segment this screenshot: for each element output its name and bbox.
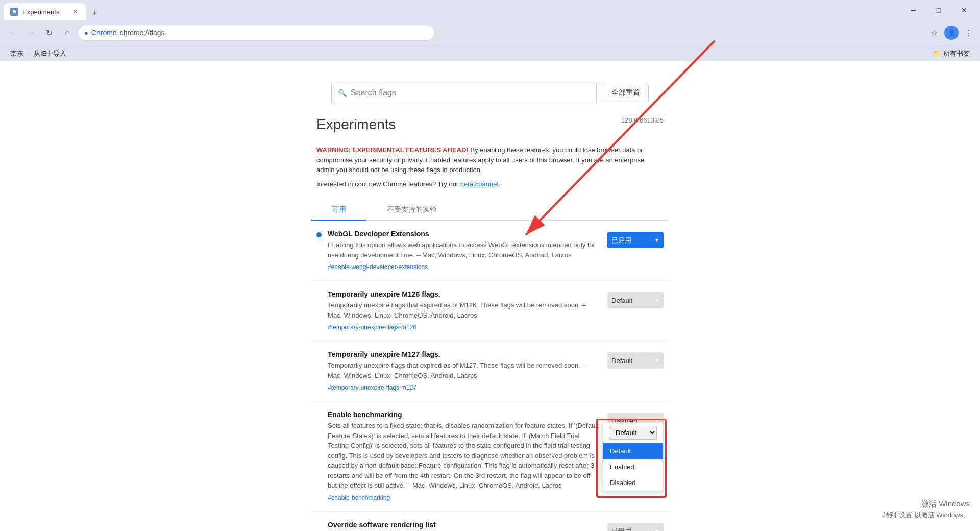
bookmark-import-ie-label: 从IE中导入 — [34, 49, 66, 58]
page-inner: 🔍 全部重置 Experiments 128.0.6613.85 WARNING… — [311, 61, 669, 531]
bookmark-jingdong-label: 京东 — [10, 49, 23, 58]
beta-text: Interested in cool new Chrome features? … — [316, 179, 664, 189]
warning-text: WARNING: EXPERIMENTAL FEATURES AHEAD! By… — [316, 145, 664, 175]
back-button[interactable]: ← — [4, 25, 20, 41]
refresh-button[interactable]: ↻ — [41, 25, 57, 41]
flag-desc-webgl: Enabling this option allows web applicat… — [328, 240, 601, 260]
flag-dot-webgl — [316, 232, 322, 237]
nav-right-actions: ☆ 👤 ⋮ — [927, 26, 976, 40]
flag-select-m127[interactable]: Default — [607, 352, 664, 369]
flag-link-benchmarking[interactable]: #enable-benchmarking — [328, 494, 390, 501]
url-text: chrome://flags — [120, 29, 165, 37]
folder-icon: 📁 — [933, 50, 941, 57]
search-box[interactable]: 🔍 — [331, 82, 597, 104]
menu-button[interactable]: ⋮ — [962, 26, 976, 40]
flag-body-m127: Temporarily unexpire M127 flags. Tempora… — [328, 350, 601, 392]
search-input[interactable] — [351, 88, 590, 98]
dropdown-popup-header: Default — [603, 423, 663, 443]
flag-desc-m127: Temporarily unexpire flags that expired … — [328, 360, 601, 380]
browser-frame: ⚑ Experiments ✕ + ─ □ ✕ ← → ↻ ⌂ ● Chrome… — [0, 0, 980, 531]
profile-button[interactable]: 👤 — [944, 26, 959, 40]
version-badge: 128.0.6613.85 — [621, 116, 664, 124]
flag-title-webgl[interactable]: WebGL Developer Extensions — [328, 230, 601, 238]
flag-dot-gpu — [316, 523, 322, 528]
windows-activate-title: 激活 Windows — [883, 498, 970, 510]
dropdown-popup: Default Default Enabled Disabled — [602, 422, 664, 491]
bookmark-jingdong[interactable]: 京东 — [6, 47, 28, 60]
tab-favicon-icon: ⚑ — [12, 9, 17, 15]
home-button[interactable]: ⌂ — [59, 25, 76, 41]
all-bookmarks-label: 所有书签 — [943, 49, 970, 58]
flag-control-webgl: 已启用 — [607, 232, 664, 248]
flag-select-m126[interactable]: Default — [607, 292, 664, 308]
tab-available[interactable]: 可用 — [311, 200, 366, 221]
address-bar[interactable]: ● Chrome chrome://flags — [78, 25, 435, 41]
flag-select-gpu[interactable]: 已停用 — [607, 523, 664, 532]
flag-select-webgl[interactable]: 已启用 — [607, 232, 664, 248]
flag-desc-m126: Temporarily unexpire flags that expired … — [328, 300, 601, 320]
flag-title-m126[interactable]: Temporarily unexpire M126 flags. — [328, 290, 601, 298]
bookmark-import-ie[interactable]: 从IE中导入 — [30, 47, 70, 60]
experiments-header: Experiments 128.0.6613.85 — [311, 116, 669, 133]
flag-title-benchmarking[interactable]: Enable benchmarking — [328, 411, 601, 419]
beta-intro: Interested in cool new Chrome features? … — [316, 180, 460, 188]
flag-control-m126: Default — [607, 292, 664, 308]
flag-dot-benchmarking — [316, 413, 322, 418]
page-title: Experiments — [316, 116, 396, 133]
search-area: 🔍 全部重置 — [311, 71, 669, 116]
beta-period: . — [498, 180, 500, 188]
flag-control-m127: Default — [607, 352, 664, 369]
bookmarks-bar: 京东 从IE中导入 📁 所有书签 — [0, 45, 980, 61]
dropdown-header-select[interactable]: Default — [609, 426, 657, 440]
star-button[interactable]: ☆ — [927, 26, 941, 40]
flag-item-gpu-blocklist: Override software rendering list Overrid… — [311, 512, 669, 532]
flag-desc-benchmarking: Sets all features to a fixed state; that… — [328, 421, 601, 491]
tab-close-button[interactable]: ✕ — [70, 7, 80, 16]
chrome-label: Chrome — [91, 29, 117, 37]
flag-control-gpu: 已停用 — [607, 523, 664, 532]
select-wrapper-webgl: 已启用 — [607, 232, 664, 248]
flag-link-webgl[interactable]: #enable-webgl-developer-extensions — [328, 263, 428, 271]
dropdown-option-enabled[interactable]: Enabled — [603, 459, 663, 475]
dropdown-option-disabled[interactable]: Disabled — [603, 475, 663, 491]
maximize-button[interactable]: □ — [927, 2, 950, 18]
select-wrapper-m127: Default — [607, 352, 664, 369]
tab-favicon: ⚑ — [10, 8, 18, 16]
title-bar: ⚑ Experiments ✕ + ─ □ ✕ — [0, 0, 980, 20]
all-bookmarks-button[interactable]: 📁 所有书签 — [929, 47, 974, 60]
flag-item-m127: Temporarily unexpire M127 flags. Tempora… — [311, 341, 669, 401]
chrome-indicator: ● — [84, 29, 88, 37]
flag-title-m127[interactable]: Temporarily unexpire M127 flags. — [328, 350, 601, 358]
tab-strip: ⚑ Experiments ✕ + — [4, 0, 102, 20]
title-bar-left: ⚑ Experiments ✕ + — [4, 0, 901, 20]
flag-link-m126[interactable]: #temporary-unexpire-flags-m126 — [328, 324, 416, 331]
flags-list: WebGL Developer Extensions Enabling this… — [311, 221, 669, 531]
avatar-icon: 👤 — [948, 29, 955, 36]
flag-body-benchmarking: Enable benchmarking Sets all features to… — [328, 411, 601, 502]
beta-channel-link[interactable]: beta channel — [460, 180, 498, 188]
select-wrapper-gpu: 已停用 — [607, 523, 664, 532]
warning-box: WARNING: EXPERIMENTAL FEATURES AHEAD! By… — [311, 139, 669, 192]
windows-activation: 激活 Windows 转到"设置"以激活 Windows。 — [883, 498, 970, 521]
title-bar-controls: ─ □ ✕ — [901, 2, 976, 18]
flag-dot-m127 — [316, 353, 322, 358]
active-tab[interactable]: ⚑ Experiments ✕ — [4, 3, 86, 20]
flag-body-gpu: Override software rendering list Overrid… — [328, 521, 601, 532]
tab-unsupported[interactable]: 不受支持的实验 — [366, 200, 457, 221]
flag-body-m126: Temporarily unexpire M126 flags. Tempora… — [328, 290, 601, 331]
flag-link-m127[interactable]: #temporary-unexpire-flags-m127 — [328, 384, 416, 391]
flag-title-gpu[interactable]: Override software rendering list — [328, 521, 601, 529]
warning-highlight: WARNING: EXPERIMENTAL FEATURES AHEAD! — [316, 146, 469, 154]
flag-item-webgl: WebGL Developer Extensions Enabling this… — [311, 221, 669, 281]
bookmarks-right: 📁 所有书签 — [929, 47, 974, 60]
nav-bar: ← → ↻ ⌂ ● Chrome chrome://flags ☆ 👤 ⋮ — [0, 20, 980, 45]
flag-body-webgl: WebGL Developer Extensions Enabling this… — [328, 230, 601, 271]
dropdown-option-default[interactable]: Default — [603, 443, 663, 459]
reset-all-button[interactable]: 全部重置 — [603, 84, 649, 102]
new-tab-button[interactable]: + — [88, 6, 102, 20]
minimize-button[interactable]: ─ — [901, 2, 925, 18]
forward-button[interactable]: → — [22, 25, 39, 41]
close-button[interactable]: ✕ — [952, 2, 976, 18]
tabs-row: 可用 不受支持的实验 — [311, 200, 669, 221]
flag-item-m126: Temporarily unexpire M126 flags. Tempora… — [311, 281, 669, 341]
